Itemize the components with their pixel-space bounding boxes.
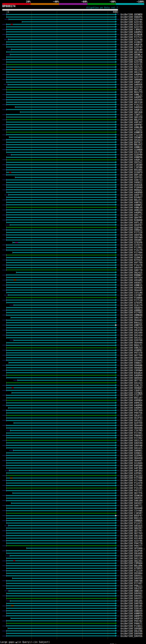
hit-bar[interactable] (6, 518, 115, 518)
hit-label[interactable]: UniRef100_A9T914 (121, 276, 142, 279)
hit-label[interactable]: UniRef100_O48657 (121, 362, 142, 364)
hit-label[interactable]: UniRef100_A2SY33 (121, 23, 142, 26)
hit-label[interactable]: UniRef100_A9TL35 (121, 221, 142, 224)
hit-label[interactable]: UniRef100_Q8S3T9 (121, 56, 142, 58)
hit-bar[interactable] (10, 430, 115, 431)
hit-bar[interactable] (6, 34, 115, 35)
hit-bar[interactable] (6, 214, 115, 215)
hit-label[interactable]: UniRef100_A5HSG6 (121, 286, 142, 289)
hit-bar[interactable] (6, 510, 115, 511)
hit-bar[interactable] (6, 473, 115, 473)
hit-bar[interactable] (10, 224, 116, 225)
hit-bar[interactable] (6, 360, 115, 360)
hit-bar[interactable] (6, 410, 115, 411)
hit-label[interactable]: UniRef100_B8LPT5 (121, 118, 142, 121)
hit-label[interactable]: UniRef100_Q10HD0 (121, 148, 142, 151)
hit-label[interactable]: UniRef100_A5BPB2 (121, 349, 142, 352)
hit-bar[interactable] (6, 157, 115, 158)
hit-bar[interactable] (8, 194, 115, 195)
hit-bar[interactable] (6, 302, 115, 303)
hit-label[interactable]: UniRef100_B4FQ80 (121, 464, 142, 467)
hit-bar[interactable] (6, 44, 115, 45)
hit-bar[interactable] (6, 69, 115, 70)
hit-bar[interactable] (6, 516, 115, 516)
hit-label[interactable]: UniRef100_Q9XF73 (121, 194, 142, 196)
hit-label[interactable]: UniRef100_Q40788 (121, 580, 142, 582)
hit-label[interactable]: UniRef100_O64447 (121, 460, 142, 462)
hit-bar[interactable] (11, 317, 115, 318)
hit-label[interactable]: UniRef100_O81391 (121, 560, 142, 562)
hit-bar[interactable] (9, 137, 115, 138)
hit-label[interactable]: UniRef100_C5IFT7 (121, 394, 142, 396)
hit-label[interactable]: UniRef100_P07369 (121, 409, 142, 412)
hit-label[interactable]: UniRef100_C4P6Y3 (121, 28, 142, 31)
hit-label[interactable]: UniRef100_A9NR21 (121, 146, 142, 148)
hit-label[interactable]: UniRef100_Q41423 (121, 382, 142, 384)
hit-bar[interactable] (6, 633, 115, 634)
hit-label[interactable]: UniRef100_P27497 (121, 582, 142, 584)
hit-label[interactable]: UniRef100_Q461R4 (121, 500, 142, 502)
hit-bar[interactable] (6, 488, 115, 488)
hit-label[interactable]: UniRef100_P27496 (121, 479, 142, 482)
hit-bar[interactable] (12, 493, 115, 494)
hit-bar[interactable] (17, 380, 115, 380)
hit-label[interactable]: UniRef100_B3G0G4 (121, 372, 142, 374)
hit-label[interactable]: UniRef100_Q40956 (121, 84, 142, 86)
hit-label[interactable]: UniRef100_Q9ZSJ4 (121, 439, 142, 442)
hit-bar[interactable] (6, 613, 115, 614)
hit-label[interactable]: UniRef100_A9RAS2 (121, 229, 142, 231)
hit-label[interactable]: UniRef100_A1XKU6 (121, 33, 142, 36)
hit-bar[interactable] (6, 425, 115, 426)
hit-label[interactable]: UniRef100_UPI000.. (121, 547, 145, 550)
hit-label[interactable]: UniRef100_Q3SA42 (121, 359, 142, 362)
hit-label[interactable]: UniRef100_A9NVX9 (121, 610, 142, 612)
hit-bar[interactable] (6, 270, 115, 270)
hit-bar[interactable] (6, 250, 115, 250)
hit-bar[interactable] (6, 245, 115, 245)
hit-bar[interactable] (6, 267, 115, 268)
hit-label[interactable]: UniRef100_P27492 (121, 437, 142, 439)
hit-label[interactable]: UniRef100_P12471 (121, 522, 142, 524)
hit-label[interactable]: UniRef100_Q41234 (121, 557, 142, 560)
hit-bar[interactable] (8, 39, 115, 40)
hit-bar[interactable] (12, 242, 115, 243)
hit-label[interactable]: UniRef100_O49812 (121, 181, 142, 184)
hit-bar[interactable] (6, 220, 115, 220)
hit-label[interactable]: UniRef100_Q4VV47 (121, 266, 142, 269)
hit-bar[interactable] (6, 42, 115, 42)
hit-label[interactable]: UniRef100_Q50K58 (121, 494, 142, 497)
hit-bar[interactable] (6, 240, 115, 240)
hit-bar[interactable] (6, 232, 115, 233)
hit-bar[interactable] (6, 26, 115, 27)
hit-label[interactable]: UniRef100_P27490 (121, 477, 142, 479)
hit-label[interactable]: UniRef100_B9I107 (121, 396, 142, 399)
hit-label[interactable]: UniRef100_Q677H3 (121, 532, 142, 534)
hit-label[interactable]: UniRef100_A4QPI3 (121, 617, 142, 620)
hit-label[interactable]: UniRef100_O64445 (121, 319, 142, 322)
hit-label[interactable]: UniRef100_A5ASG6 (121, 184, 142, 186)
hit-label[interactable]: UniRef100_P12062 (121, 246, 142, 249)
hit-label[interactable]: UniRef100_C6T8R7 (121, 294, 142, 296)
hit-label[interactable]: UniRef100_C1K5B7 (121, 512, 142, 514)
hit-bar[interactable] (6, 300, 115, 300)
hit-bar[interactable] (6, 307, 115, 308)
hit-bar[interactable] (6, 345, 115, 346)
hit-label[interactable]: UniRef100_Q41425 (121, 447, 142, 449)
hit-bar[interactable] (6, 478, 115, 478)
hit-label[interactable]: UniRef100_Q1KLZ3 (121, 384, 142, 387)
hit-label[interactable]: UniRef100_A9S6S7 (121, 282, 142, 284)
hit-label[interactable]: UniRef100_P27520 (121, 231, 142, 234)
hit-label[interactable]: UniRef100_Q5ZF93 (121, 417, 142, 419)
hit-label[interactable]: UniRef100_Q677D0 (121, 354, 142, 356)
hit-bar[interactable] (6, 442, 115, 443)
hit-label[interactable]: UniRef100_Q9ZSJ5 (121, 66, 142, 68)
hit-label[interactable]: UniRef100_O04685 (121, 367, 142, 369)
hit-label[interactable]: UniRef100_A2SY35 (121, 76, 142, 78)
hit-label[interactable]: UniRef100_Q1A179 (121, 304, 142, 306)
hit-bar[interactable] (14, 423, 115, 423)
hit-label[interactable]: UniRef100_Q10HC8 (121, 256, 142, 259)
hit-label[interactable]: UniRef100_Q93XK4 (121, 572, 142, 574)
hit-label[interactable]: UniRef100_O64444 (121, 342, 142, 344)
hit-label[interactable]: UniRef100_B8XLF1 (121, 344, 142, 346)
hit-label[interactable]: UniRef100_Q6T705 (121, 379, 142, 382)
